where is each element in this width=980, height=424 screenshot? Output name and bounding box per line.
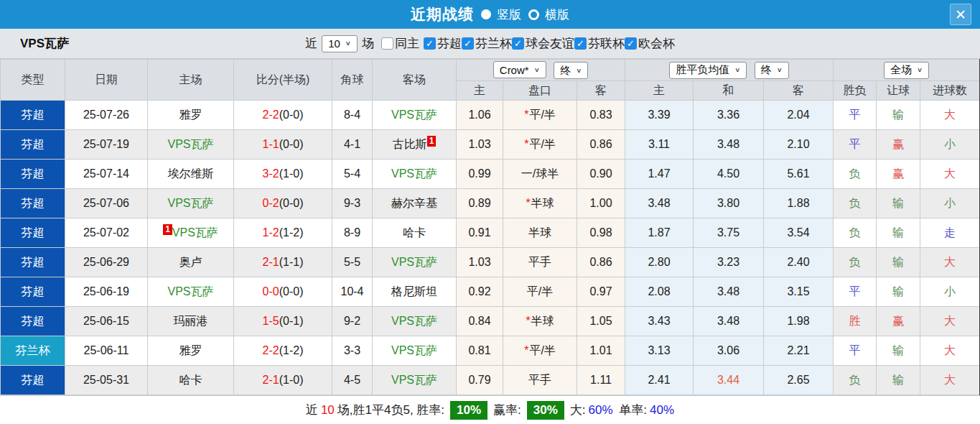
odds-away-cell: 0.83 xyxy=(577,101,625,130)
win-rate-badge: 10% xyxy=(450,401,487,420)
date-cell: 25-07-06 xyxy=(65,189,148,218)
table-row: 芬超25-07-14埃尔维斯3-2(1-0)5-4VPS瓦萨0.99一/球半0.… xyxy=(1,160,980,189)
corners-cell: 5-5 xyxy=(332,248,373,277)
home-team-cell: 1VPS瓦萨 xyxy=(148,218,234,248)
layout-radio-vertical[interactable]: 竖版 xyxy=(481,6,521,23)
layout-radio-horizontal[interactable]: 横版 xyxy=(528,6,569,23)
star-marker: * xyxy=(526,315,530,327)
odds-state-value: 终 xyxy=(560,64,571,78)
close-button[interactable]: ✕ xyxy=(950,4,971,25)
date-cell: 25-07-26 xyxy=(65,101,148,130)
result-goals-cell: 小 xyxy=(920,130,980,160)
avg-away-cell: 1.88 xyxy=(764,189,834,218)
home-team-cell: 奥卢 xyxy=(148,248,234,277)
away-team-cell: VPS瓦萨 xyxy=(373,248,457,277)
period-select[interactable]: 全场 ∨ xyxy=(884,62,929,79)
fulltime-score: 3-2 xyxy=(263,167,279,180)
avg-home-cell: 3.11 xyxy=(625,130,694,160)
handicap-cell: 一/球半 xyxy=(503,160,577,189)
matches-label: 场 xyxy=(362,35,374,52)
home-team-cell: VPS瓦萨 xyxy=(148,130,234,160)
checkbox-unchecked-icon[interactable] xyxy=(381,37,393,50)
home-team-cell: VPS瓦萨 xyxy=(148,189,234,218)
league-checkbox-item[interactable]: ✓芬联杯 xyxy=(574,35,625,52)
away-team-cell: 赫尔辛基 xyxy=(373,189,457,218)
date-cell: 25-06-29 xyxy=(65,248,148,277)
corners-cell: 3-3 xyxy=(332,336,373,366)
away-team-cell: VPS瓦萨 xyxy=(373,366,457,395)
result-handicap-cell: 赢 xyxy=(877,160,920,189)
handicap-text: 平手 xyxy=(528,374,551,386)
radio-horizontal-label: 横版 xyxy=(545,6,569,23)
team-name-text: 埃尔维斯 xyxy=(168,167,214,180)
result-outcome-cell: 负 xyxy=(834,248,877,277)
handicap-text: 平/半 xyxy=(529,344,555,356)
corners-cell: 9-3 xyxy=(332,189,373,218)
same-home-checkbox-item[interactable]: 同主 xyxy=(381,35,419,52)
avg-home-cell: 2.80 xyxy=(625,248,694,277)
avg-away-cell: 3.15 xyxy=(764,277,834,307)
league-cell: 芬超 xyxy=(1,307,65,336)
radio-unselected-icon[interactable] xyxy=(528,9,539,20)
radio-selected-icon[interactable] xyxy=(481,9,491,19)
handicap-cell: *半球 xyxy=(503,189,577,218)
result-handicap-cell: 输 xyxy=(877,277,920,307)
date-cell: 25-06-15 xyxy=(65,307,148,336)
away-team-cell: 哈卡 xyxy=(373,218,457,248)
checkbox-checked-icon[interactable]: ✓ xyxy=(462,37,474,50)
odds-state-select[interactable]: 终 ∨ xyxy=(554,62,588,79)
chevron-down-icon: ∨ xyxy=(734,66,740,73)
checkbox-checked-icon[interactable]: ✓ xyxy=(625,37,637,50)
result-outcome-cell: 平 xyxy=(834,101,877,130)
summary-record: 场,胜1平4负5, 胜率: xyxy=(337,402,444,418)
table-row: 芬超25-07-06VPS瓦萨0-2(0-0)9-3赫尔辛基0.89*半球1.0… xyxy=(1,189,980,218)
league-label: 芬联杯 xyxy=(588,35,625,52)
avg-home-cell: 1.47 xyxy=(625,160,694,189)
fulltime-score: 2-1 xyxy=(263,256,279,268)
team-name-text: VPS瓦萨 xyxy=(167,285,213,298)
table-row: 芬兰杯25-06-11雅罗2-2(1-2)3-3VPS瓦萨0.81*平/半1.0… xyxy=(1,336,980,366)
avg-group-header: 胜平负均值 ∨ 终 ∨ xyxy=(625,60,834,81)
league-checkbox-item[interactable]: ✓芬兰杯 xyxy=(462,35,512,52)
single-rate: 40% xyxy=(650,403,674,418)
home-team-cell: 玛丽港 xyxy=(148,307,234,336)
league-cell: 芬超 xyxy=(1,366,65,395)
league-checkbox-item[interactable]: ✓欧会杯 xyxy=(625,35,675,52)
table-row: 芬超25-07-26雅罗2-2(0-0)8-4VPS瓦萨1.06*平/半0.83… xyxy=(1,101,980,130)
avg-home-cell: 3.13 xyxy=(625,336,694,366)
home-team-cell: 哈卡 xyxy=(148,366,234,395)
avg-state-select[interactable]: 终 ∨ xyxy=(755,62,789,79)
result-goals-cell: 小 xyxy=(920,189,980,218)
table-body: 芬超25-07-26雅罗2-2(0-0)8-4VPS瓦萨1.06*平/半0.83… xyxy=(1,101,980,395)
odds-home-cell: 0.84 xyxy=(457,307,503,336)
avg-odds-select[interactable]: 胜平负均值 ∨ xyxy=(669,62,747,79)
league-cell: 芬超 xyxy=(1,101,65,130)
away-team-cell: VPS瓦萨 xyxy=(373,160,457,189)
avg-away-cell: 2.04 xyxy=(764,101,834,130)
league-label: 芬超 xyxy=(437,35,462,52)
handicap-cell: 平手 xyxy=(503,366,577,395)
team-name-text: VPS瓦萨 xyxy=(391,256,437,268)
checkbox-checked-icon[interactable]: ✓ xyxy=(512,37,524,50)
league-checkbox-item[interactable]: ✓芬超 xyxy=(424,35,462,52)
team-name-text: VPS瓦萨 xyxy=(172,227,218,239)
checkbox-checked-icon[interactable]: ✓ xyxy=(424,37,436,50)
score-cell: 3-2(1-0) xyxy=(234,160,332,189)
halftime-score: (0-1) xyxy=(279,315,304,327)
single-label: 单率: xyxy=(616,402,647,418)
avg-away-cell: 1.98 xyxy=(764,307,834,336)
bookmaker-select[interactable]: Crow* ∨ xyxy=(493,61,546,78)
score-cell: 2-1(1-1) xyxy=(234,248,332,277)
handicap-cell: 平手 xyxy=(503,248,577,277)
avg-home-cell: 3.39 xyxy=(625,101,694,130)
halftime-score: (1-0) xyxy=(279,167,304,180)
team-name-text: 哈卡 xyxy=(179,374,202,386)
near-label: 近 xyxy=(305,35,317,52)
odds-home-cell: 1.06 xyxy=(457,101,503,130)
fulltime-score: 0-0 xyxy=(263,285,279,298)
league-checkbox-item[interactable]: ✓球会友谊 xyxy=(512,35,574,52)
match-count-select[interactable]: 10 ∨ xyxy=(322,35,358,52)
checkbox-checked-icon[interactable]: ✓ xyxy=(574,37,587,50)
star-marker: * xyxy=(524,344,528,356)
odds-away-cell: 1.11 xyxy=(577,366,625,395)
